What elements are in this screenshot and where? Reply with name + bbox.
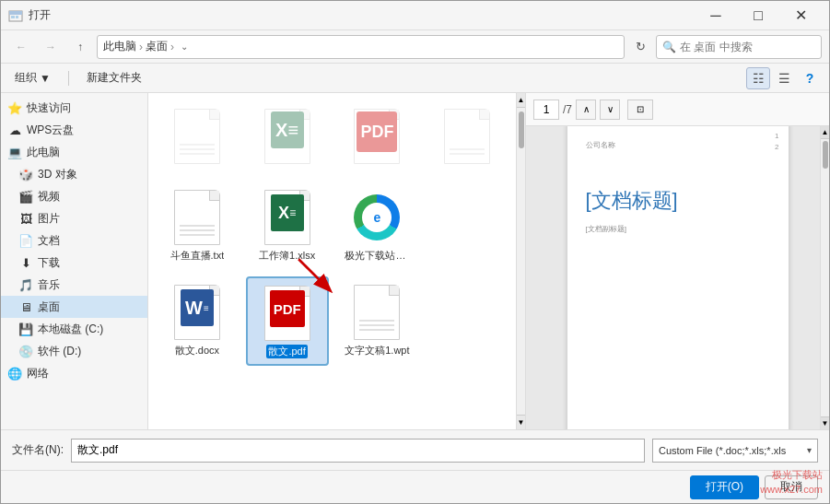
page-number-input[interactable] — [533, 100, 559, 120]
file-icon-blank-2 — [438, 283, 497, 342]
videos-icon: 🎬 — [19, 190, 32, 203]
sidebar-item-wps-cloud[interactable]: ☁ WPS云盘 — [1, 119, 147, 141]
sidebar-label-desktop: 桌面 — [38, 299, 60, 315]
scroll-down-button[interactable]: ▼ — [517, 415, 525, 429]
wps-cloud-icon: ☁ — [8, 123, 21, 136]
preview-scroll-up-button[interactable]: ▲ — [821, 126, 829, 139]
file-icon-excel-top: X≡ — [258, 107, 317, 166]
search-input[interactable] — [680, 41, 818, 53]
new-folder-label: 新建文件夹 — [87, 70, 142, 86]
organize-label: 组织 — [15, 70, 37, 86]
window-icon — [8, 8, 23, 23]
sidebar-item-network[interactable]: 🌐 网络 — [1, 362, 147, 384]
preview-num-1: 1 — [775, 131, 778, 143]
address-bar[interactable]: 此电脑 › 桌面 › ⌄ — [97, 35, 625, 59]
up-button[interactable]: ↑ — [67, 35, 93, 59]
next-page-button[interactable]: ∨ — [600, 100, 620, 120]
title-bar: 打开 ─ □ ✕ — [1, 1, 829, 30]
file-name-txt: 斗鱼直播.txt — [170, 249, 225, 263]
scroll-track — [517, 108, 525, 415]
scroll-up-button[interactable]: ▲ — [517, 93, 525, 108]
this-pc-icon: 💻 — [8, 146, 21, 158]
path-arrow-1: › — [139, 41, 143, 53]
sidebar-item-quick-access[interactable]: ⭐ 快速访问 — [1, 97, 147, 119]
preview-toolbar: /7 ∧ ∨ ⊡ — [526, 93, 829, 126]
open-button[interactable]: 打开(O) — [690, 475, 759, 499]
file-name-wpt: 文字文稿1.wpt — [345, 344, 409, 357]
sidebar-item-3d-objects[interactable]: 🎲 3D 对象 — [1, 163, 147, 185]
open-dialog: 打开 ─ □ ✕ ← → ↑ 此电脑 › 桌面 › ⌄ ↻ 🔍 组织 ▼ — [0, 0, 830, 504]
file-name-edge: 极光下载站帮助.htm — [345, 249, 409, 263]
path-desktop: 桌面 — [146, 39, 168, 54]
sidebar-item-local-disk-c[interactable]: 💾 本地磁盘 (C:) — [1, 318, 147, 340]
filename-input[interactable] — [71, 439, 645, 463]
view-list-button[interactable]: ☰ — [772, 67, 796, 89]
preview-pane: /7 ∧ ∨ ⊡ 1 2 公司名称 [文档标题] [文档副标题] ▲ — [525, 93, 829, 429]
sidebar-item-videos[interactable]: 🎬 视频 — [1, 185, 147, 207]
vertical-scrollbar[interactable]: ▲ ▼ — [516, 93, 525, 429]
scroll-thumb[interactable] — [519, 111, 524, 148]
list-item[interactable] — [156, 100, 239, 174]
preview-scroll-thumb[interactable] — [823, 141, 828, 169]
list-item[interactable]: 文字文稿1.wpt — [336, 276, 419, 366]
preview-scroll-down-button[interactable]: ▼ — [821, 416, 829, 429]
sidebar-item-desktop[interactable]: 🖥 桌面 — [1, 296, 147, 318]
preview-title: [文档标题] — [586, 187, 770, 215]
sidebar-item-downloads[interactable]: ⬇ 下载 — [1, 252, 147, 274]
watermark: 极光下载站www.x27.com — [760, 468, 823, 497]
svg-rect-3 — [16, 16, 18, 18]
documents-icon: 📄 — [19, 234, 32, 247]
back-button[interactable]: ← — [8, 35, 34, 59]
3d-objects-icon: 🎲 — [19, 168, 32, 181]
help-button[interactable]: ? — [798, 67, 822, 89]
svg-rect-1 — [9, 11, 22, 15]
sidebar-label-videos: 视频 — [38, 189, 60, 205]
sidebar-item-images[interactable]: 🖼 图片 — [1, 207, 147, 229]
file-icon-blank-1 — [438, 188, 497, 247]
forward-button[interactable]: → — [38, 35, 64, 59]
list-item-pdf-selected[interactable]: PDF 散文.pdf — [246, 276, 329, 366]
local-disk-c-icon: 💾 — [19, 322, 32, 335]
close-button[interactable]: ✕ — [779, 1, 822, 30]
file-name-xlsx: 工作簿1.xlsx — [259, 249, 315, 263]
sidebar-label-wps-cloud: WPS云盘 — [27, 123, 74, 138]
prev-page-button[interactable]: ∧ — [576, 100, 596, 120]
sidebar-label-this-pc: 此电脑 — [27, 145, 60, 160]
file-grid: X≡ PDF — [148, 93, 516, 429]
preview-mode-button[interactable]: ⊡ — [627, 100, 653, 120]
music-icon: 🎵 — [19, 278, 32, 291]
sidebar-item-software-d[interactable]: 💿 软件 (D:) — [1, 340, 147, 362]
view-large-icons-button[interactable]: ☷ — [746, 67, 770, 89]
file-icon-wpt — [347, 283, 406, 342]
path-arrow-2: › — [170, 41, 174, 53]
organize-button[interactable]: 组织 ▼ — [8, 67, 57, 89]
sidebar-item-documents[interactable]: 📄 文档 — [1, 229, 147, 252]
path-this-pc: 此电脑 — [103, 39, 136, 54]
file-icon-edge: e — [347, 188, 406, 247]
sidebar-label-software-d: 软件 (D:) — [38, 344, 81, 359]
window-controls: ─ □ ✕ — [695, 1, 822, 30]
desktop-icon: 🖥 — [19, 300, 32, 313]
preview-scrollbar: ▲ ▼ — [820, 126, 829, 429]
refresh-button[interactable]: ↻ — [628, 35, 652, 59]
filetype-dropdown[interactable]: Custom File (*.doc;*.xls;*.xls ▾ — [652, 439, 818, 463]
list-item[interactable]: e 极光下载站帮助.htm — [336, 182, 419, 269]
file-area: X≡ PDF — [148, 93, 525, 429]
path-dropdown-icon[interactable]: ⌄ — [181, 41, 188, 52]
maximize-button[interactable]: □ — [737, 1, 779, 30]
list-item[interactable]: W≡ 散文.docx — [156, 276, 239, 366]
preview-subtitle: [文档副标题] — [586, 224, 770, 234]
sidebar-item-music[interactable]: 🎵 音乐 — [1, 274, 147, 296]
list-item[interactable] — [426, 100, 509, 174]
list-item[interactable]: X≡ — [246, 100, 329, 174]
list-item[interactable]: PDF — [336, 100, 419, 174]
minimize-button[interactable]: ─ — [695, 1, 737, 30]
new-folder-button[interactable]: 新建文件夹 — [80, 67, 148, 89]
list-item[interactable]: 斗鱼直播.txt — [156, 182, 239, 269]
sidebar-item-this-pc[interactable]: 💻 此电脑 — [1, 141, 147, 163]
preview-num-2: 2 — [775, 142, 778, 154]
list-item[interactable]: X≡ 工作簿1.xlsx — [246, 182, 329, 269]
title-bar-label: 打开 — [29, 7, 695, 23]
organize-arrow-icon: ▼ — [40, 72, 51, 85]
action-bar: 打开(O) 取消 — [1, 470, 829, 503]
